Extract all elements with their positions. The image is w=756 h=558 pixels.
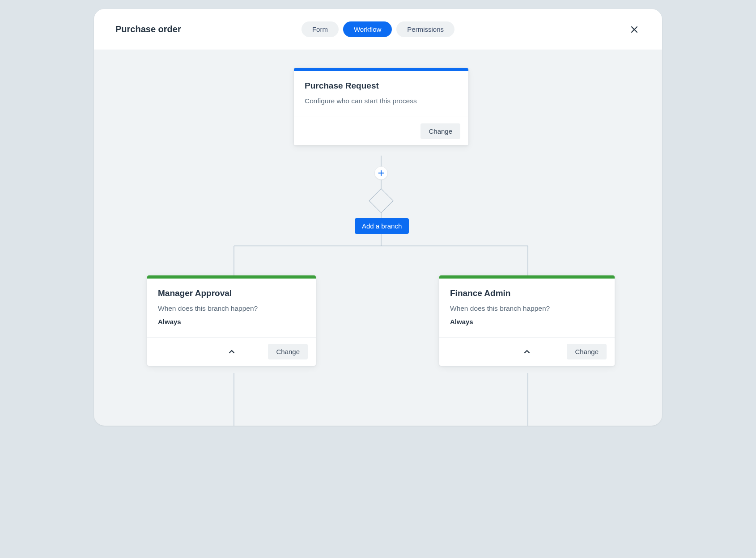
card-stripe (147, 275, 316, 279)
start-node-card: Purchase Request Configure who can start… (294, 68, 468, 145)
change-button[interactable]: Change (567, 344, 607, 359)
card-body: Manager Approval When does this branch h… (147, 279, 316, 337)
branch-condition-value: Always (158, 318, 305, 326)
card-body: Finance Admin When does this branch happ… (439, 279, 615, 337)
collapse-toggle[interactable] (523, 348, 531, 355)
card-stripe (294, 68, 468, 71)
chevron-up-icon (228, 348, 235, 355)
tab-form[interactable]: Form (302, 21, 339, 37)
tab-permissions[interactable]: Permissions (396, 21, 454, 37)
change-button[interactable]: Change (420, 123, 460, 139)
plus-icon (378, 170, 384, 176)
topbar: Purchase order Form Workflow Permissions (94, 9, 662, 50)
workflow-canvas: Purchase Request Configure who can start… (94, 50, 662, 426)
card-footer: Change (147, 337, 316, 366)
tab-group: Form Workflow Permissions (302, 21, 454, 37)
add-branch-button[interactable]: Add a branch (355, 218, 409, 234)
card-footer: Change (294, 117, 468, 145)
branch-title: Finance Admin (450, 288, 604, 298)
branch-condition-value: Always (450, 318, 604, 326)
page-title: Purchase order (115, 24, 181, 34)
tab-workflow[interactable]: Workflow (343, 21, 392, 37)
collapse-toggle[interactable] (228, 348, 235, 355)
branch-card-finance-admin: Finance Admin When does this branch happ… (439, 275, 615, 366)
app-frame: Purchase order Form Workflow Permissions (94, 9, 662, 426)
branch-condition-label: When does this branch happen? (450, 304, 604, 313)
chevron-up-icon (523, 348, 531, 355)
branch-condition-label: When does this branch happen? (158, 304, 305, 313)
change-button[interactable]: Change (268, 344, 308, 359)
card-footer: Change (439, 337, 615, 366)
card-stripe (439, 275, 615, 279)
card-body: Purchase Request Configure who can start… (294, 71, 468, 117)
start-node-title: Purchase Request (305, 81, 458, 91)
svg-rect-4 (369, 189, 393, 213)
branch-title: Manager Approval (158, 288, 305, 298)
close-button[interactable] (628, 23, 641, 36)
branch-card-manager-approval: Manager Approval When does this branch h… (147, 275, 316, 366)
close-icon (630, 25, 638, 34)
add-step-button[interactable] (374, 166, 388, 180)
start-node-subtitle: Configure who can start this process (305, 97, 458, 105)
